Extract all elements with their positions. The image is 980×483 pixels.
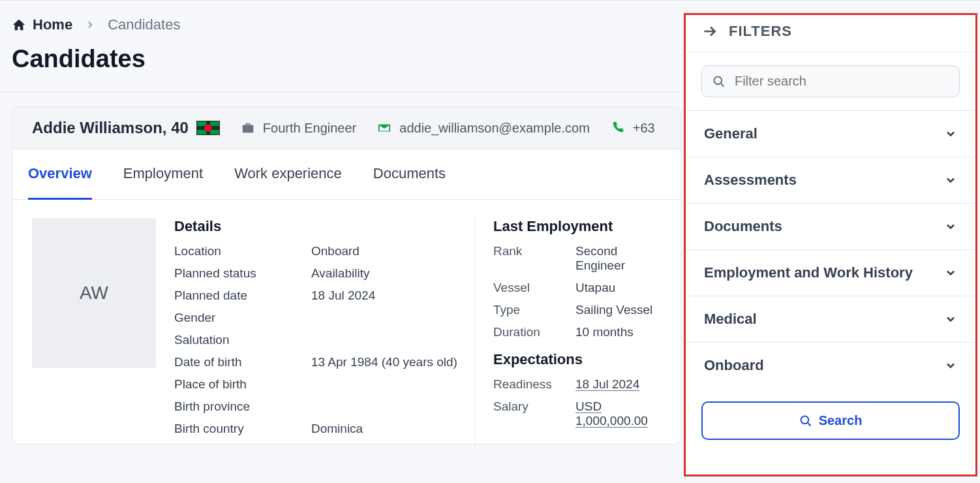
candidate-phone[interactable]: +63 — [611, 121, 655, 136]
type-label: Type — [493, 303, 575, 317]
planned-date-value: 18 Jul 2024 — [311, 288, 375, 303]
chevron-down-icon — [944, 174, 957, 187]
filter-group-documents[interactable]: Documents — [686, 203, 975, 249]
rank-value: Second Engineer — [575, 244, 661, 273]
breadcrumb-current: Candidates — [108, 16, 180, 33]
filter-group-documents-label: Documents — [704, 218, 782, 235]
search-button[interactable]: Search — [701, 401, 960, 440]
filter-search-box[interactable] — [701, 65, 960, 97]
avatar: AW — [32, 218, 156, 368]
tab-overview[interactable]: Overview — [28, 149, 92, 200]
phone-icon — [611, 121, 625, 135]
vessel-label: Vessel — [493, 281, 575, 295]
home-icon — [12, 18, 26, 32]
candidate-role-text: Fourth Engineer — [263, 121, 356, 136]
filter-group-general-label: General — [704, 125, 758, 142]
chevron-down-icon — [944, 266, 957, 279]
filter-group-medical-label: Medical — [704, 311, 757, 328]
candidate-name-text: Addie Williamson, 40 — [32, 119, 189, 137]
vessel-value: Utapau — [575, 281, 615, 295]
candidate-phone-text: +63 — [633, 121, 655, 136]
details-section: Details LocationOnboard Planned statusAv… — [174, 218, 474, 444]
dob-label: Date of birth — [174, 355, 311, 369]
tabs: Overview Employment Work experience Docu… — [12, 149, 681, 200]
gender-label: Gender — [174, 311, 311, 325]
type-value: Sailing Vessel — [575, 303, 652, 317]
filter-group-general[interactable]: General — [686, 110, 975, 157]
filter-group-onboard[interactable]: Onboard — [686, 342, 975, 388]
svg-point-0 — [714, 76, 722, 84]
salary-label: Salary — [493, 399, 575, 428]
filter-group-employment-label: Employment and Work History — [704, 264, 913, 281]
dob-value: 13 Apr 1984 (40 years old) — [311, 355, 457, 369]
search-button-label: Search — [819, 413, 863, 428]
tab-employment[interactable]: Employment — [123, 149, 203, 200]
search-icon — [799, 414, 812, 428]
chevron-down-icon — [944, 220, 957, 233]
breadcrumb-home[interactable]: Home — [12, 16, 72, 33]
location-value: Onboard — [311, 244, 360, 258]
birth-country-value: Dominica — [311, 422, 363, 436]
expectations-heading: Expectations — [493, 351, 661, 368]
birth-country-label: Birth country — [174, 422, 311, 436]
filter-group-assessments[interactable]: Assessments — [686, 157, 975, 203]
last-employment-heading: Last Employment — [493, 218, 661, 235]
pob-label: Place of birth — [174, 377, 311, 392]
readiness-label: Readiness — [493, 377, 575, 392]
svg-point-1 — [801, 416, 808, 424]
planned-status-value: Availability — [311, 266, 369, 281]
filters-panel: FILTERS General Assessments Documents Em… — [684, 13, 977, 476]
readiness-value[interactable]: 18 Jul 2024 — [575, 377, 639, 392]
duration-value: 10 months — [575, 325, 634, 339]
page-title: Candidates — [12, 45, 681, 91]
filter-group-employment[interactable]: Employment and Work History — [686, 249, 975, 296]
candidate-role: Fourth Engineer — [241, 121, 356, 136]
tab-work-experience[interactable]: Work experience — [234, 149, 342, 200]
candidate-card: Addie Williamson, 40 Fourth Engineer add… — [12, 106, 681, 444]
rank-label: Rank — [493, 244, 575, 273]
tab-documents[interactable]: Documents — [373, 149, 446, 200]
nationality-flag-icon — [196, 121, 220, 135]
candidate-email-text: addie_williamson@example.com — [399, 121, 590, 136]
birth-province-label: Birth province — [174, 399, 311, 414]
breadcrumb: Home Candidates — [12, 1, 681, 45]
filters-title: FILTERS — [729, 23, 792, 40]
mail-icon — [377, 121, 391, 135]
candidate-header: Addie Williamson, 40 Fourth Engineer add… — [12, 107, 681, 149]
filters-header[interactable]: FILTERS — [686, 15, 975, 52]
salary-value[interactable]: USD 1,000,000.00 — [575, 399, 654, 428]
candidate-email[interactable]: addie_williamson@example.com — [377, 121, 590, 136]
right-column: Last Employment RankSecond Engineer Vess… — [474, 218, 661, 444]
arrow-right-icon — [701, 23, 718, 40]
breadcrumb-home-label: Home — [33, 16, 72, 33]
details-heading: Details — [174, 218, 474, 235]
filter-group-medical[interactable]: Medical — [686, 296, 975, 342]
planned-status-label: Planned status — [174, 266, 311, 281]
search-icon — [712, 74, 726, 89]
chevron-down-icon — [944, 313, 957, 326]
chevron-right-icon — [84, 19, 96, 31]
briefcase-icon — [241, 121, 255, 135]
duration-label: Duration — [493, 325, 575, 339]
filter-group-assessments-label: Assessments — [704, 172, 797, 189]
location-label: Location — [174, 244, 311, 258]
planned-date-label: Planned date — [174, 288, 311, 303]
chevron-down-icon — [944, 359, 957, 372]
chevron-down-icon — [944, 127, 957, 140]
filter-group-onboard-label: Onboard — [704, 357, 764, 374]
salutation-label: Salutation — [174, 333, 311, 347]
filter-search-input[interactable] — [735, 74, 949, 89]
candidate-name: Addie Williamson, 40 — [32, 119, 220, 137]
